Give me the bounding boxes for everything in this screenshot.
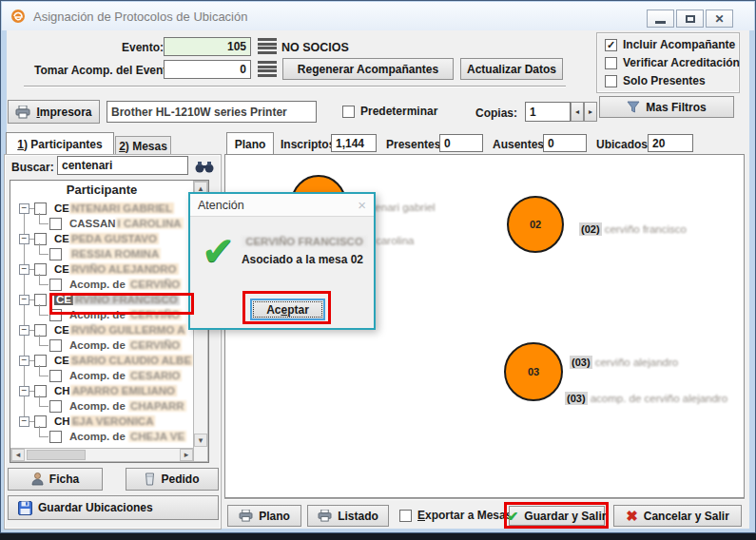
- tree-row[interactable]: −CERVIÑO ALEJANDRO: [10, 262, 193, 278]
- close-button[interactable]: ✕: [706, 10, 733, 28]
- top-separator: [24, 86, 566, 87]
- scroll-right-icon[interactable]: ▸: [180, 449, 193, 461]
- scrollbar-thumb[interactable]: [27, 450, 86, 460]
- tree-collapse-icon[interactable]: −: [19, 416, 29, 427]
- glass-icon: [145, 472, 155, 486]
- tree-row[interactable]: Acomp. de CERVIÑO: [10, 338, 193, 354]
- scroll-down-icon[interactable]: ▾: [194, 434, 207, 447]
- tree-collapse-icon[interactable]: −: [19, 356, 29, 366]
- tree-row[interactable]: Acomp. de CERVIÑO: [10, 278, 193, 293]
- tree-branch-line: [39, 426, 48, 437]
- tree-horizontal-scrollbar[interactable]: ◂ ▸: [10, 448, 194, 462]
- printer-name-field[interactable]: Brother HL-1210W series Printer: [107, 101, 317, 123]
- tree-collapse-icon[interactable]: −: [19, 203, 29, 214]
- tree-collapse-icon[interactable]: −: [19, 386, 29, 396]
- search-button[interactable]: [192, 158, 217, 175]
- incluir-acompanante-checkbox[interactable]: ✓ Incluir Acompañante: [605, 38, 735, 51]
- tree-collapse-icon[interactable]: −: [19, 264, 29, 275]
- table-circle[interactable]: 02: [507, 196, 564, 253]
- regenerar-acompanantes-button[interactable]: Regenerar Acompañantes: [282, 58, 454, 80]
- imprimir-listado-button[interactable]: Listado: [307, 505, 389, 527]
- evento-menu-button[interactable]: [258, 37, 277, 55]
- pedido-label: Pedido: [161, 472, 199, 486]
- impresora-button[interactable]: Impresora: [8, 100, 100, 124]
- participant-checkbox[interactable]: [49, 218, 62, 230]
- tree-branch-line: [39, 274, 48, 285]
- tree-collapse-icon[interactable]: −: [19, 234, 29, 244]
- tree-row[interactable]: −CHEJA VERONICA: [10, 415, 193, 430]
- mas-filtros-button[interactable]: Mas Filtros: [599, 96, 734, 118]
- binoculars-icon: [195, 161, 214, 173]
- solo-presentes-checkbox[interactable]: Solo Presentes: [605, 74, 706, 87]
- tree-row[interactable]: −CEPEDA GUSTAVO: [10, 232, 193, 247]
- participant-name: Acomp. de CHAPARR: [69, 400, 186, 412]
- tree-collapse-icon[interactable]: −: [19, 295, 29, 305]
- participant-name: Acomp. de CHEJA VE: [69, 431, 186, 442]
- participant-checkbox[interactable]: [49, 339, 62, 352]
- participant-checkbox[interactable]: [49, 279, 62, 291]
- participant-checkbox[interactable]: [49, 370, 62, 382]
- predeterminar-checkbox[interactable]: Predeterminar: [342, 105, 437, 118]
- inscriptos-field: 1,144: [331, 134, 377, 152]
- evento-field[interactable]: 105: [164, 37, 251, 56]
- participant-name: CESARIO CLAUDIO ALBE: [54, 355, 193, 366]
- ausentes-label: Ausentes:: [493, 138, 548, 151]
- copias-spin-down[interactable]: ◂: [571, 102, 584, 122]
- copias-spin-up[interactable]: ▸: [584, 102, 597, 122]
- imprimir-listado-label: Listado: [338, 510, 378, 523]
- checkbox-icon[interactable]: [605, 75, 617, 87]
- checkbox-icon[interactable]: [342, 106, 355, 118]
- tree-row[interactable]: Acomp. de CHAPARR: [10, 399, 193, 415]
- pedido-button[interactable]: Pedido: [126, 468, 219, 491]
- actualizar-datos-button[interactable]: Actualizar Datos: [460, 58, 563, 80]
- verificar-acreditacion-checkbox[interactable]: Verificar Acreditación: [605, 56, 740, 69]
- ficha-label: Ficha: [49, 472, 79, 486]
- tree-row[interactable]: −CERVIÑO GUILLERMO A: [10, 323, 193, 338]
- maximize-button[interactable]: [676, 10, 704, 28]
- checkbox-icon[interactable]: [605, 57, 617, 69]
- participant-name: CERVIÑO GUILLERMO A: [54, 324, 186, 336]
- tree-row[interactable]: Acomp. de CHEJA VE: [10, 430, 193, 445]
- ubicados-label: Ubicados:: [596, 138, 651, 151]
- funnel-icon: [627, 101, 640, 113]
- tab-participantes[interactable]: 1) Participantes: [6, 132, 114, 155]
- table-circle[interactable]: 03: [504, 342, 563, 401]
- tab-plano[interactable]: Plano: [226, 132, 274, 155]
- participant-checkbox[interactable]: [49, 248, 62, 260]
- application-window: Asignación de Protocolos de Ubicación ✕ …: [0, 0, 756, 540]
- participant-checkbox[interactable]: [49, 431, 62, 443]
- ficha-button[interactable]: Ficha: [8, 468, 103, 491]
- title-bar[interactable]: Asignación de Protocolos de Ubicación: [2, 2, 754, 30]
- search-input[interactable]: centenari: [57, 156, 188, 175]
- tree-row[interactable]: −CESARIO CLAUDIO ALBE: [10, 354, 193, 369]
- tree-row[interactable]: −CENTENARI GABRIEL: [10, 202, 193, 217]
- evento-name-label: NO SOCIOS: [281, 41, 349, 54]
- table-assignment-label: (03) cerviño alejandro: [570, 357, 678, 368]
- copias-field[interactable]: 1: [525, 102, 571, 122]
- scroll-left-icon[interactable]: ◂: [11, 449, 25, 461]
- dialog-title-bar[interactable]: Atención: [190, 194, 374, 217]
- minimize-button[interactable]: [647, 10, 674, 28]
- evento-label: Evento:: [122, 41, 164, 54]
- cancelar-y-salir-button[interactable]: ✖ Cancelar y Salir: [613, 505, 742, 527]
- dialog-close-icon[interactable]: ×: [358, 197, 366, 213]
- tab-mesas[interactable]: 2) Mesas: [115, 136, 171, 155]
- tree-row[interactable]: −CHAPARRO EMILIANO: [10, 384, 193, 399]
- tree-row[interactable]: CASSANI CAROLINA: [10, 217, 193, 232]
- guardar-ubicaciones-button[interactable]: Guardar Ubicaciones: [8, 495, 219, 520]
- tree-branch-line: [39, 395, 48, 407]
- imprimir-plano-button[interactable]: Plano: [227, 505, 301, 527]
- ubicados-field: 20: [648, 134, 693, 152]
- tree-row[interactable]: Acomp. de CESARIO: [10, 369, 193, 384]
- tomar-acomp-field[interactable]: 0: [164, 60, 251, 79]
- printer-icon: [15, 106, 30, 119]
- checkbox-icon[interactable]: [399, 510, 412, 522]
- participant-checkbox[interactable]: [49, 400, 62, 413]
- tomar-acomp-label: Tomar Acomp. del Evento:: [34, 64, 178, 77]
- checkbox-checked-icon[interactable]: ✓: [605, 39, 617, 51]
- tomar-menu-button[interactable]: [258, 60, 277, 78]
- hamburger-icon: [258, 38, 277, 41]
- participant-name: RESSIA ROMINA: [69, 248, 161, 260]
- tree-collapse-icon[interactable]: −: [19, 325, 29, 336]
- tree-row[interactable]: RESSIA ROMINA: [10, 247, 193, 262]
